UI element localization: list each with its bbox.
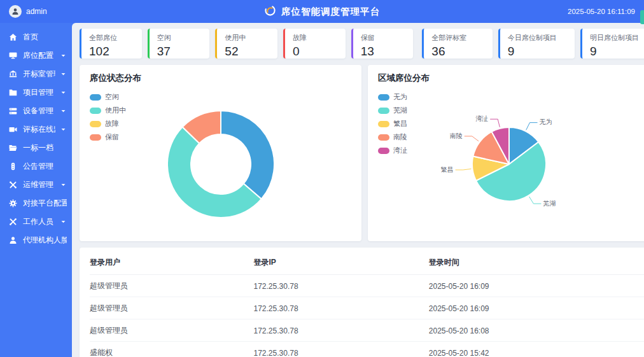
sidebar-item-staff-tools[interactable]: 工作人员 <box>0 213 72 231</box>
stat-card: 空闲37 <box>148 29 210 59</box>
table-row: 超级管理员172.25.30.782025-05-20 16:09 <box>90 297 644 319</box>
pie-label: 芜湖 <box>542 200 556 207</box>
column-header: 登录IP <box>254 249 429 275</box>
region-pie-chart: 无为芜湖繁昌南陵湾沚 <box>368 65 644 241</box>
pie-label-line <box>465 136 479 141</box>
stat-card: 明日席位制项目9 <box>580 29 644 59</box>
table-body: 超级管理员172.25.30.782025-05-20 16:09超级管理员17… <box>90 275 644 357</box>
app-title-wrap: 席位智能调度管理平台 <box>191 4 453 19</box>
sidebar-item-label: 一标一档 <box>23 143 67 153</box>
ops-tools-icon <box>8 180 18 190</box>
home-icon <box>8 32 18 42</box>
stat-value: 102 <box>89 45 134 59</box>
staff-tools-icon <box>8 217 18 227</box>
stat-value: 13 <box>361 45 406 59</box>
app-title: 席位智能调度管理平台 <box>281 6 380 18</box>
column-header: 登录时间 <box>429 249 644 275</box>
pie-slice[interactable] <box>221 111 274 199</box>
pie-label: 湾沚 <box>475 115 488 122</box>
seat-config-icon <box>8 51 18 60</box>
pie-label-line <box>456 169 472 170</box>
pie-label-line <box>526 123 538 130</box>
user-avatar-icon <box>9 5 22 18</box>
header-datetime: 2025-05-20 16:11:09 <box>568 8 635 15</box>
table-cell: 2025-05-20 15:42 <box>429 342 644 357</box>
stat-label: 故障 <box>293 33 338 43</box>
sidebar-item-video-camera[interactable]: 评标在线监管 <box>0 120 72 139</box>
charts-row: 席位状态分布 空闲使用中故障保留 区域席位分布 无为芜湖繁昌南陵湾沚 无为芜湖繁… <box>80 65 644 241</box>
sidebar-item-label: 设备管理 <box>23 106 55 116</box>
table-cell: 172.25.30.78 <box>254 319 429 342</box>
logo-icon <box>264 4 276 19</box>
sidebar-item-label: 首页 <box>23 32 67 43</box>
person-icon <box>8 235 18 245</box>
table-row: 超级管理员172.25.30.782025-05-20 16:09 <box>90 275 644 297</box>
table-cell: 172.25.30.78 <box>254 342 429 357</box>
sidebar-item-label: 代理机构人脸 <box>23 235 67 246</box>
stat-card: 今日席位制项目9 <box>498 29 575 59</box>
table-header-row: 登录用户登录IP登录时间 <box>90 249 644 275</box>
stat-value: 9 <box>590 45 644 59</box>
sidebar-item-archive-folder[interactable]: 一标一档 <box>0 139 72 157</box>
archive-folder-icon <box>8 143 18 153</box>
pie-label: 繁昌 <box>441 166 454 173</box>
sidebar-item-gear[interactable]: 对接平台配置 <box>0 194 72 213</box>
stat-label: 空闲 <box>157 33 202 43</box>
sidebar-item-label: 评标在线监管 <box>23 124 55 135</box>
stat-label: 今日席位制项目 <box>508 33 567 43</box>
pie-label-line <box>529 197 542 204</box>
table-row: 超级管理员172.25.30.782025-05-20 16:08 <box>90 319 644 342</box>
stat-value: 37 <box>157 45 202 59</box>
table-cell: 超级管理员 <box>90 297 254 319</box>
sidebar-item-home[interactable]: 首页 <box>0 28 72 46</box>
stat-value: 0 <box>293 45 338 59</box>
chevron-down-icon <box>60 90 66 95</box>
stats-row: 全部席位102空闲37使用中52故障0保留13全部评标室36今日席位制项目9明日… <box>80 29 644 59</box>
stat-value: 9 <box>508 45 567 59</box>
column-header: 登录用户 <box>90 249 254 275</box>
seat-status-donut-chart <box>80 65 361 241</box>
stat-label: 全部评标室 <box>431 33 484 43</box>
user-menu[interactable]: admin <box>0 5 191 18</box>
stat-card: 故障0 <box>283 29 346 59</box>
sidebar-item-bid-room[interactable]: 开标室管理 <box>0 65 72 83</box>
table-cell: 2025-05-20 16:08 <box>429 319 644 342</box>
sidebar-item-label: 运维管理 <box>23 179 55 190</box>
video-camera-icon <box>8 125 18 134</box>
sidebar-item-label: 项目管理 <box>23 87 55 98</box>
sidebar-item-person[interactable]: 代理机构人脸 <box>0 231 72 249</box>
chevron-down-icon <box>60 182 66 188</box>
table-row: 盛能权172.25.30.782025-05-20 15:42 <box>90 342 644 357</box>
table-cell: 超级管理员 <box>90 319 254 342</box>
sidebar-item-label: 席位配置 <box>23 50 55 61</box>
app-header: admin 席位智能调度管理平台 2025-05-20 16:11:09 <box>0 0 644 23</box>
pie-label: 无为 <box>540 118 552 125</box>
app-root: admin 席位智能调度管理平台 2025-05-20 16:11:09 首页席… <box>0 0 644 357</box>
sidebar-item-ops-tools[interactable]: 运维管理 <box>0 176 72 194</box>
edge-widget-button[interactable] <box>640 10 644 24</box>
table-cell: 超级管理员 <box>90 275 254 297</box>
sidebar-item-label: 开标室管理 <box>23 69 55 80</box>
sidebar-item-seat-config[interactable]: 席位配置 <box>0 46 72 65</box>
sidebar-item-device-server[interactable]: 设备管理 <box>0 102 72 120</box>
username: admin <box>26 7 47 16</box>
gear-icon <box>8 199 18 208</box>
table-cell: 172.25.30.78 <box>254 275 429 297</box>
pie-label: 南陵 <box>450 132 463 139</box>
sidebar-item-label: 工作人员 <box>23 216 55 227</box>
sidebar-item-project-folder[interactable]: 项目管理 <box>0 83 72 102</box>
pie-label-line <box>490 119 500 127</box>
stat-label: 使用中 <box>225 33 270 43</box>
bid-room-icon <box>8 69 18 79</box>
stat-card: 使用中52 <box>215 29 277 59</box>
notice-light-icon <box>8 162 18 171</box>
panel-seat-status-chart: 席位状态分布 空闲使用中故障保留 <box>80 65 361 241</box>
table-cell: 172.25.30.78 <box>254 297 429 319</box>
panel-region-distribution-chart: 区域席位分布 无为芜湖繁昌南陵湾沚 无为芜湖繁昌南陵湾沚 <box>368 65 644 241</box>
stat-card: 全部评标室36 <box>422 29 492 59</box>
stat-label: 保留 <box>361 33 406 43</box>
sidebar-item-notice-light[interactable]: 公告管理 <box>0 157 72 176</box>
project-folder-icon <box>8 88 18 97</box>
stat-card: 保留13 <box>351 29 414 59</box>
chevron-down-icon <box>60 219 66 225</box>
